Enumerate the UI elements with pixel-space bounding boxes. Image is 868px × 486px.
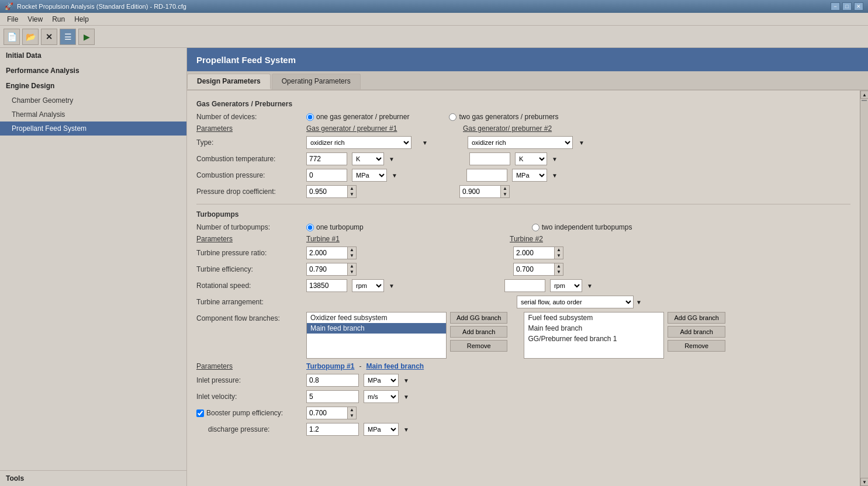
press-drop2-arrows[interactable]: ▲ ▼ [500, 185, 510, 198]
inlet-press-unit[interactable]: MPa [364, 374, 399, 387]
type2-select[interactable]: oxidizer rich [468, 136, 573, 149]
sidebar-section-engine-design[interactable]: Engine Design [0, 78, 186, 93]
scroll-track[interactable] [860, 99, 868, 478]
close-button[interactable]: ✕ [854, 2, 863, 11]
tab-design-parameters[interactable]: Design Parameters [187, 74, 271, 89]
radio-one-gg-input[interactable] [306, 113, 314, 121]
turbine-eff2-arrows[interactable]: ▲ ▼ [554, 263, 563, 276]
turbine-eff2-input[interactable] [513, 263, 554, 276]
radio-one-gg[interactable]: one gas generator / preburner [306, 113, 409, 121]
rot-speed2-unit[interactable]: rpm [550, 279, 582, 292]
add-gg-branch-btn-right[interactable]: Add GG branch [668, 312, 725, 324]
add-branch-btn-left[interactable]: Add branch [450, 326, 507, 338]
press-drop1-up[interactable]: ▲ [348, 186, 356, 192]
comb-press2-input[interactable] [466, 169, 507, 182]
main-feed-link[interactable]: Main feed branch [366, 362, 424, 370]
remove-btn-right[interactable]: Remove [668, 340, 725, 352]
fuel-branch-list[interactable]: Fuel feed subsystem Main feed branch GG/… [524, 312, 664, 359]
turbine-eff1-input[interactable] [306, 263, 347, 276]
comb-press1-input[interactable] [306, 169, 347, 182]
turbine-press2-up[interactable]: ▲ [555, 247, 563, 253]
menu-run[interactable]: Run [47, 14, 70, 25]
radio-one-tp-input[interactable] [306, 224, 314, 231]
vertical-scrollbar[interactable]: ▲ ▼ [860, 91, 868, 486]
comb-temp2-input[interactable] [469, 152, 510, 165]
press-drop1-input[interactable] [306, 185, 347, 198]
sidebar-section-initial-data[interactable]: Initial Data [0, 48, 186, 63]
rot-speed2-input[interactable] [504, 279, 545, 292]
turbine-eff-label: Turbine efficiency: [196, 265, 302, 273]
turbine-eff2-up[interactable]: ▲ [555, 263, 563, 269]
press-drop2-down[interactable]: ▼ [501, 192, 509, 197]
main-feed-branch-item[interactable]: Main feed branch [307, 323, 446, 334]
sidebar-item-chamber-geometry[interactable]: Chamber Geometry [0, 93, 186, 107]
turbine-press1-arrows[interactable]: ▲ ▼ [347, 247, 357, 259]
scroll-up-arrow[interactable]: ▲ [860, 91, 868, 99]
turbine-eff2-down[interactable]: ▼ [555, 269, 563, 275]
press-drop2-input[interactable] [459, 185, 500, 198]
turbine-eff-row: Turbine efficiency: ▲ ▼ ▲ ▼ [196, 263, 850, 276]
discharge-press-input[interactable] [306, 423, 359, 436]
comb-temp1-input[interactable] [306, 152, 347, 165]
turbine-press2-down[interactable]: ▼ [555, 253, 563, 259]
minimize-button[interactable]: − [831, 2, 840, 11]
scroll-down-arrow[interactable]: ▼ [860, 478, 868, 486]
type1-select[interactable]: oxidizer rich [306, 136, 411, 149]
booster-pump-input[interactable] [306, 407, 347, 419]
config-button[interactable]: ☰ [60, 29, 76, 45]
remove-btn-left[interactable]: Remove [450, 340, 507, 352]
comb-temp2-unit[interactable]: K [515, 152, 547, 165]
booster-pump-arrows[interactable]: ▲ ▼ [347, 407, 357, 419]
maximize-button[interactable]: □ [842, 2, 852, 11]
turbine-eff1-down[interactable]: ▼ [348, 269, 356, 275]
radio-two-tp-input[interactable] [532, 224, 540, 231]
add-branch-btn-right[interactable]: Add branch [668, 326, 725, 338]
sidebar-item-propellant-feed-system[interactable]: Propellant Feed System [0, 122, 186, 136]
gg-preburner-branch-item[interactable]: GG/Preburner feed branch 1 [524, 334, 663, 344]
run-button[interactable]: ▶ [78, 29, 95, 45]
discharge-press-unit[interactable]: MPa [364, 423, 399, 436]
tab-operating-parameters[interactable]: Operating Parameters [272, 74, 361, 89]
menu-file[interactable]: File [2, 14, 23, 25]
press-drop2-up[interactable]: ▲ [501, 186, 509, 192]
open-button[interactable]: 📂 [22, 29, 39, 45]
turbine-press1-input[interactable] [306, 247, 347, 259]
turbine-eff1-up[interactable]: ▲ [348, 263, 356, 269]
add-gg-branch-btn-left[interactable]: Add GG branch [450, 312, 507, 324]
inlet-press-input[interactable] [306, 374, 359, 387]
inlet-vel-unit[interactable]: m/s [364, 390, 399, 403]
close-button-toolbar[interactable]: ✕ [41, 29, 57, 45]
radio-two-gg[interactable]: two gas generators / preburners [449, 113, 558, 121]
menu-view[interactable]: View [23, 14, 47, 25]
ox-subsystem-item[interactable]: Oxidizer feed subsystem [307, 313, 446, 323]
turbine-press1-up[interactable]: ▲ [348, 247, 356, 253]
rot-speed1-input[interactable] [306, 279, 347, 292]
radio-two-gg-input[interactable] [449, 113, 457, 121]
fuel-main-feed-branch-item[interactable]: Main feed branch [524, 323, 663, 334]
turbine-eff1-arrows[interactable]: ▲ ▼ [347, 263, 357, 276]
booster-pump-down[interactable]: ▼ [348, 413, 356, 419]
rot-speed1-unit[interactable]: rpm [352, 279, 384, 292]
fuel-subsystem-item[interactable]: Fuel feed subsystem [524, 313, 663, 323]
radio-two-tp[interactable]: two independent turbopumps [532, 223, 632, 231]
press-drop1-down[interactable]: ▼ [348, 192, 356, 197]
menu-help[interactable]: Help [70, 14, 94, 25]
turbine-press1-down[interactable]: ▼ [348, 253, 356, 259]
comb-temp1-unit[interactable]: K [352, 152, 384, 165]
comb-press2-unit[interactable]: MPa [512, 169, 547, 182]
turbine-press2-input[interactable] [513, 247, 554, 259]
sidebar-section-performance[interactable]: Performance Analysis [0, 63, 186, 78]
radio-one-tp[interactable]: one turbopump [306, 223, 364, 231]
comb-press1-unit[interactable]: MPa [352, 169, 387, 182]
press-drop1-arrows[interactable]: ▲ ▼ [347, 185, 357, 198]
sidebar-item-thermal-analysis[interactable]: Thermal Analysis [0, 107, 186, 122]
new-button[interactable]: 📄 [4, 29, 20, 45]
booster-pump-checkbox[interactable] [196, 409, 204, 417]
turbopump-link[interactable]: Turbopump #1 [306, 362, 354, 370]
booster-pump-up[interactable]: ▲ [348, 407, 356, 413]
turbine-arr-select[interactable]: serial flow, auto order parallel flow [517, 296, 634, 308]
scroll-thumb[interactable] [862, 100, 867, 101]
turbine-press2-arrows[interactable]: ▲ ▼ [554, 247, 563, 259]
oxidizer-branch-list[interactable]: Oxidizer feed subsystem Main feed branch [306, 312, 447, 359]
inlet-vel-input[interactable] [306, 390, 359, 403]
